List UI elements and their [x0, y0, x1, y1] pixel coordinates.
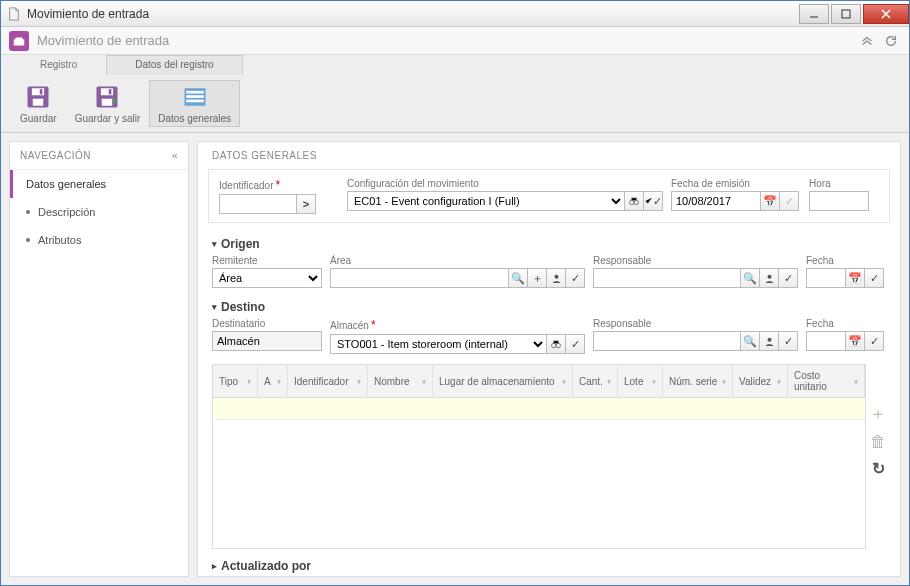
- grid-tools: ＋ 🗑 ↻: [866, 364, 890, 549]
- page-subtitle: Movimiento de entrada: [37, 33, 853, 48]
- remitente-select[interactable]: Área: [212, 268, 322, 288]
- section-origen-title: Origen: [221, 237, 260, 251]
- navigation-panel: NAVEGACIÓN « Datos generales Descripción…: [9, 141, 189, 577]
- grid-body[interactable]: [213, 398, 865, 548]
- destino-fecha-label: Fecha: [806, 318, 834, 329]
- grid-add-icon[interactable]: ＋: [870, 404, 886, 425]
- col-numserie[interactable]: Núm. serie♦: [663, 365, 733, 397]
- config-select[interactable]: EC01 - Event configuration I (Full): [347, 191, 625, 211]
- col-identificador[interactable]: Identificador♦: [288, 365, 368, 397]
- save-button[interactable]: Guardar: [11, 80, 66, 127]
- col-lote[interactable]: Lote♦: [618, 365, 663, 397]
- calendar-icon[interactable]: 📅: [845, 268, 865, 288]
- origen-fecha-input[interactable]: [806, 268, 846, 288]
- grid-refresh-icon[interactable]: ↻: [872, 459, 885, 478]
- close-button[interactable]: [863, 4, 909, 24]
- almacen-select[interactable]: STO001 - Item storeroom (internal): [330, 334, 547, 354]
- grid-new-row[interactable]: [213, 398, 865, 420]
- responsable-clear-icon[interactable]: ✓: [778, 268, 798, 288]
- section-origen-header[interactable]: ▾Origen: [212, 233, 886, 255]
- section-actualizado-header[interactable]: ▸Actualizado por: [212, 555, 886, 577]
- sidebar-item-datos-generales[interactable]: Datos generales: [10, 170, 188, 198]
- grid-header: Tipo♦ A♦ Identificador♦ Nombre♦ Lugar de…: [213, 365, 865, 398]
- col-a[interactable]: A♦: [258, 365, 288, 397]
- almacen-binoculars-icon[interactable]: [546, 334, 566, 354]
- general-data-label: Datos generales: [158, 113, 231, 124]
- identificador-next-button[interactable]: >: [296, 194, 316, 214]
- collapse-triangle-icon: ▾: [212, 302, 217, 312]
- ribbon-toolbar: Guardar Guardar y salir Datos generales: [1, 75, 909, 133]
- general-data-button[interactable]: Datos generales: [149, 80, 240, 127]
- form-top-row: Identificador* > Configuración del movim…: [208, 169, 890, 223]
- fecha-emision-input[interactable]: [671, 191, 761, 211]
- sidebar-item-descripcion[interactable]: Descripción: [10, 198, 188, 226]
- config-binoculars-icon[interactable]: [624, 191, 644, 211]
- svg-rect-13: [186, 100, 204, 103]
- responsable-search-icon[interactable]: 🔍: [740, 268, 760, 288]
- nav-collapse-icon[interactable]: «: [172, 150, 178, 161]
- bullet-icon: [26, 238, 30, 242]
- area-user-icon[interactable]: [546, 268, 566, 288]
- refresh-icon[interactable]: [881, 31, 901, 51]
- area-add-icon[interactable]: ＋: [527, 268, 547, 288]
- col-validez[interactable]: Validez♦: [733, 365, 788, 397]
- svg-rect-4: [33, 99, 44, 106]
- maximize-button[interactable]: [831, 4, 861, 24]
- collapse-triangle-icon: ▾: [212, 239, 217, 249]
- minimize-button[interactable]: [799, 4, 829, 24]
- svg-rect-11: [186, 91, 204, 94]
- remitente-label: Remitente: [212, 255, 258, 266]
- area-clear-icon[interactable]: ✓: [565, 268, 585, 288]
- calendar-icon[interactable]: 📅: [760, 191, 780, 211]
- config-clear-icon[interactable]: ✓: [643, 191, 663, 211]
- area-search-icon[interactable]: 🔍: [508, 268, 528, 288]
- origen-responsable-input[interactable]: [593, 268, 741, 288]
- svg-point-20: [767, 337, 771, 341]
- destino-fecha-clear-icon[interactable]: ✓: [864, 331, 884, 351]
- tab-registro[interactable]: Registro: [11, 55, 106, 75]
- save-exit-button[interactable]: Guardar y salir: [66, 80, 150, 127]
- window-titlebar: Movimiento de entrada: [1, 1, 909, 27]
- responsable-user-icon[interactable]: [759, 268, 779, 288]
- required-icon: *: [275, 178, 280, 192]
- responsable-search-icon[interactable]: 🔍: [740, 331, 760, 351]
- destino-fecha-input[interactable]: [806, 331, 846, 351]
- collapse-icon[interactable]: [857, 31, 877, 51]
- origen-fecha-clear-icon[interactable]: ✓: [864, 268, 884, 288]
- destino-responsable-label: Responsable: [593, 318, 651, 329]
- svg-point-14: [630, 200, 635, 205]
- svg-rect-5: [40, 89, 43, 94]
- col-cant[interactable]: Cant.♦: [573, 365, 618, 397]
- section-destino-header[interactable]: ▾Destino: [212, 296, 886, 318]
- document-icon: [7, 7, 21, 21]
- grid-delete-icon[interactable]: 🗑: [870, 433, 886, 451]
- col-lugar[interactable]: Lugar de almacenamiento♦: [433, 365, 573, 397]
- module-icon: [9, 31, 29, 51]
- bullet-icon: [26, 210, 30, 214]
- almacen-label: Almacén: [330, 320, 369, 331]
- svg-rect-1: [842, 10, 850, 18]
- config-label: Configuración del movimiento: [347, 178, 479, 189]
- sidebar-item-atributos[interactable]: Atributos: [10, 226, 188, 254]
- nav-header: NAVEGACIÓN «: [10, 142, 188, 170]
- calendar-icon[interactable]: 📅: [845, 331, 865, 351]
- col-costo[interactable]: Costo unitario♦: [788, 365, 865, 397]
- tab-datos-registro[interactable]: Datos del registro: [106, 55, 242, 75]
- responsable-clear-icon[interactable]: ✓: [778, 331, 798, 351]
- sidebar-item-label: Atributos: [38, 234, 81, 246]
- svg-rect-12: [186, 95, 204, 98]
- svg-rect-9: [109, 89, 112, 94]
- destino-responsable-input[interactable]: [593, 331, 741, 351]
- area-input[interactable]: [330, 268, 509, 288]
- save-label: Guardar: [20, 113, 57, 124]
- required-icon: *: [371, 318, 376, 332]
- hora-input[interactable]: [809, 191, 869, 211]
- almacen-clear-icon[interactable]: ✓: [565, 334, 585, 354]
- identificador-input[interactable]: [219, 194, 297, 214]
- fecha-clear-icon[interactable]: ✓: [779, 191, 799, 211]
- responsable-user-icon[interactable]: [759, 331, 779, 351]
- hora-label: Hora: [809, 178, 831, 189]
- col-nombre[interactable]: Nombre♦: [368, 365, 433, 397]
- col-tipo[interactable]: Tipo♦: [213, 365, 258, 397]
- destinatario-input: [212, 331, 322, 351]
